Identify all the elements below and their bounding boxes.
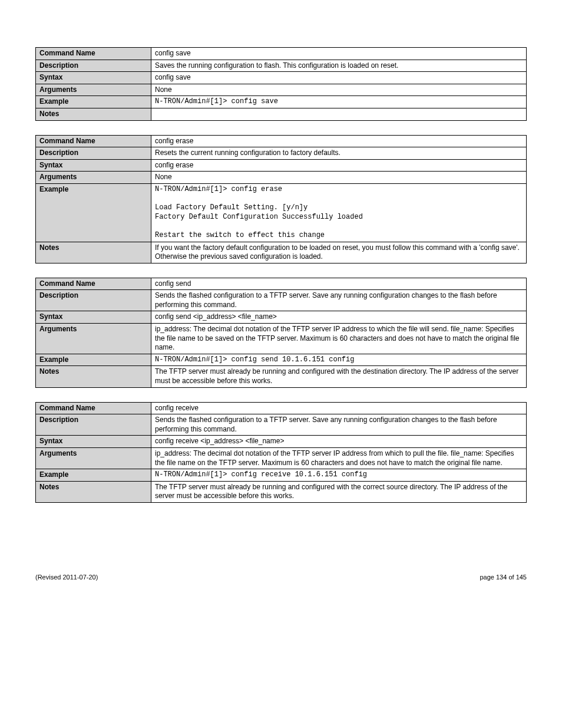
table-row: Syntaxconfig erase	[36, 159, 527, 172]
row-value: None	[151, 84, 527, 96]
table-row: Command Nameconfig receive	[36, 402, 527, 414]
command-table: Command Nameconfig receiveDescriptionSen…	[35, 402, 527, 503]
command-block: Command Nameconfig receiveDescriptionSen…	[35, 402, 527, 503]
row-value: config save	[151, 72, 527, 84]
row-key: Command Name	[36, 402, 151, 414]
command-table: Command Nameconfig eraseDescriptionReset…	[35, 135, 527, 263]
row-key: Syntax	[36, 159, 151, 172]
row-key: Syntax	[36, 436, 151, 448]
row-key: Command Name	[36, 48, 151, 60]
row-key: Description	[36, 60, 151, 72]
row-value	[151, 108, 527, 120]
footer-page: page 134 of 145	[480, 574, 527, 581]
table-row: Argumentsip_address: The decimal dot not…	[36, 324, 527, 354]
row-value: The TFTP server must already be running …	[151, 366, 527, 387]
table-row: ExampleN-TRON/Admin#[1]> config save	[36, 96, 527, 108]
table-row: ArgumentsNone	[36, 172, 527, 184]
table-row: Command Nameconfig save	[36, 48, 527, 60]
row-value: Sends the flashed configuration to a TFT…	[151, 290, 527, 311]
table-row: Argumentsip_address: The decimal dot not…	[36, 448, 527, 469]
table-row: Syntaxconfig send <ip_address> <file_nam…	[36, 311, 527, 324]
row-value: config send	[151, 278, 527, 290]
row-value: config receive <ip_address> <file_name>	[151, 436, 527, 448]
row-key: Description	[36, 414, 151, 436]
row-value: Saves the running configuration to flash…	[151, 60, 527, 72]
row-key: Command Name	[36, 278, 151, 290]
row-value: config erase	[151, 135, 527, 147]
table-row: Syntaxconfig save	[36, 72, 527, 84]
table-row: DescriptionSends the flashed configurati…	[36, 290, 527, 311]
row-key: Example	[36, 354, 151, 366]
row-value: If you want the factory default configur…	[151, 242, 527, 263]
command-block: Command Nameconfig sendDescriptionSends …	[35, 278, 527, 388]
row-value: config send <ip_address> <file_name>	[151, 311, 527, 324]
table-row: DescriptionSaves the running configurati…	[36, 60, 527, 72]
row-key: Example	[36, 183, 151, 242]
row-value: N-TRON/Admin#[1]> config save	[151, 96, 527, 108]
row-value: N-TRON/Admin#[1]> config send 10.1.6.151…	[151, 354, 527, 366]
row-value: config erase	[151, 159, 527, 172]
table-row: ArgumentsNone	[36, 84, 527, 96]
row-value: N-TRON/Admin#[1]> config erase Load Fact…	[151, 183, 527, 242]
row-key: Description	[36, 147, 151, 160]
table-row: Syntaxconfig receive <ip_address> <file_…	[36, 436, 527, 448]
row-key: Syntax	[36, 311, 151, 324]
row-key: Notes	[36, 108, 151, 120]
row-key: Syntax	[36, 72, 151, 84]
row-key: Arguments	[36, 448, 151, 469]
table-row: DescriptionSends the flashed configurati…	[36, 414, 527, 436]
row-value: The TFTP server must already be running …	[151, 481, 527, 502]
row-value: config save	[151, 48, 527, 60]
footer-revision: (Revised 2011-07-20)	[35, 574, 98, 581]
command-table: Command Nameconfig saveDescriptionSaves …	[35, 47, 527, 121]
command-table: Command Nameconfig sendDescriptionSends …	[35, 278, 527, 388]
table-row: NotesThe TFTP server must already be run…	[36, 366, 527, 387]
row-value: Resets the current running configuration…	[151, 147, 527, 160]
table-row: ExampleN-TRON/Admin#[1]> config send 10.…	[36, 354, 527, 366]
table-row: Notes	[36, 108, 527, 120]
row-key: Notes	[36, 242, 151, 263]
row-value: N-TRON/Admin#[1]> config receive 10.1.6.…	[151, 469, 527, 482]
table-row: DescriptionResets the current running co…	[36, 147, 527, 160]
row-value: None	[151, 172, 527, 184]
row-value: ip_address: The decimal dot notation of …	[151, 448, 527, 469]
table-row: ExampleN-TRON/Admin#[1]> config erase Lo…	[36, 183, 527, 242]
table-row: Command Nameconfig send	[36, 278, 527, 290]
row-key: Arguments	[36, 324, 151, 354]
command-block: Command Nameconfig eraseDescriptionReset…	[35, 135, 527, 263]
row-key: Notes	[36, 366, 151, 387]
table-row: Command Nameconfig erase	[36, 135, 527, 147]
row-key: Example	[36, 469, 151, 482]
row-key: Arguments	[36, 84, 151, 96]
table-row: NotesIf you want the factory default con…	[36, 242, 527, 263]
row-value: Sends the flashed configuration to a TFT…	[151, 414, 527, 436]
row-value: config receive	[151, 402, 527, 414]
command-block: Command Nameconfig saveDescriptionSaves …	[35, 47, 527, 121]
row-value: ip_address: The decimal dot notation of …	[151, 324, 527, 354]
row-key: Example	[36, 96, 151, 108]
row-key: Notes	[36, 481, 151, 502]
table-row: ExampleN-TRON/Admin#[1]> config receive …	[36, 469, 527, 482]
table-row: NotesThe TFTP server must already be run…	[36, 481, 527, 502]
row-key: Command Name	[36, 135, 151, 147]
row-key: Description	[36, 290, 151, 311]
row-key: Arguments	[36, 172, 151, 184]
